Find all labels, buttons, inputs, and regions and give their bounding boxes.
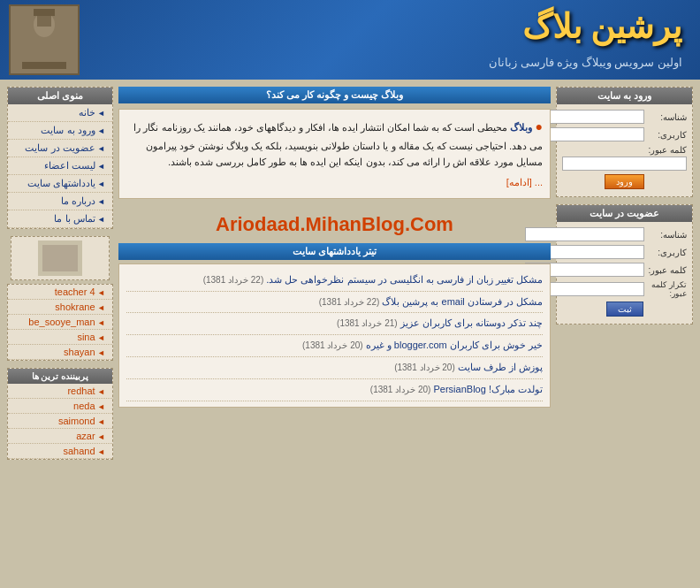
register-form: شناسه: کاربری: کلمه عبور: تکرار کلمه عبو…: [557, 222, 692, 324]
note-item-1: مشکل تغییر زبان از فارسی به انگلیسی در س…: [126, 270, 543, 292]
writer-neda[interactable]: neda: [8, 399, 112, 414]
nav-item-register[interactable]: عضویت در سایت: [8, 140, 112, 157]
members-box: teacher 4 shokrane be_sooye_man sina sha…: [7, 284, 113, 361]
intro-text: محیطی است که به شما امکان انتشار ایده ها…: [133, 122, 543, 167]
note-date-5: (20 خرداد 1381): [394, 363, 455, 372]
note-link-2[interactable]: مشکل در فرستادن email به پرشین بلاگ: [382, 296, 543, 307]
main-nav-box: منوی اصلی خانه ورود به سایت عضویت در سای…: [7, 87, 113, 229]
reg-userid-label: کاربری:: [644, 248, 687, 257]
note-date-3: (21 خرداد 1381): [337, 318, 398, 328]
content-title-bar: وبلاگ چیست و چگونه کار می کند؟: [118, 87, 551, 103]
reg-pass2-label: تکرار کلمه عبور:: [644, 280, 687, 298]
login-pass-input[interactable]: [562, 157, 687, 171]
top-writers-title: پربیننده ترین ها: [8, 369, 112, 384]
login-title: ورود به سایت: [557, 88, 692, 104]
writer-sahand[interactable]: sahand: [8, 444, 112, 459]
login-form: شناسه: کاربری: کلمه عبور: ورود: [557, 104, 692, 196]
nav-item-contact[interactable]: تماس با ما: [8, 210, 112, 228]
note-item-5: پوزش از طرف سایت (20 خرداد 1381): [126, 357, 543, 379]
member-photo: [11, 236, 110, 280]
username-label: شناسه:: [644, 112, 687, 122]
nav-item-members[interactable]: لیست اعضاء: [8, 157, 112, 175]
login-box: ورود به سایت شناسه: کاربری: کلمه عبور: و…: [556, 87, 693, 197]
register-title: عضویت در سایت: [557, 205, 692, 222]
reg-userid-row: کاربری:: [562, 245, 687, 259]
writer-azar[interactable]: azar: [8, 429, 112, 444]
nav-item-home[interactable]: خانه: [8, 104, 112, 122]
sidebar-right: ورود به سایت شناسه: کاربری: کلمه عبور: و…: [556, 87, 693, 467]
note-link-3[interactable]: چند تذکر دوستانه برای کاربران عزیز: [400, 317, 543, 328]
member-sina[interactable]: sina: [8, 330, 112, 345]
site-subtitle: اولین سرویس ویبلاگ ویژه فارسی زبانان: [489, 56, 682, 69]
note-date-4: (20 خرداد 1381): [302, 340, 363, 350]
continue-link[interactable]: ... [ادامه]: [506, 177, 543, 187]
member-be-sooye-man[interactable]: be_sooye_man: [8, 315, 112, 330]
login-button[interactable]: ورود: [605, 174, 644, 189]
note-item-3: چند تذکر دوستانه برای کاربران عزیز (21 خ…: [126, 313, 543, 335]
nav-item-notes[interactable]: یادداشتهای سایت: [8, 175, 112, 193]
nav-item-about[interactable]: درباره ما: [8, 193, 112, 210]
sidebar-left: منوی اصلی خانه ورود به سایت عضویت در سای…: [7, 87, 113, 467]
note-link-1[interactable]: مشکل تغییر زبان از فارسی به انگلیسی در س…: [266, 274, 543, 285]
header: پرشین بلاگ اولین سرویس ویبلاگ ویژه فارسی…: [0, 0, 700, 80]
note-item-4: خیر خوش برای کاربران blogger.com و غیره …: [126, 335, 543, 357]
username-row: شناسه:: [562, 110, 687, 124]
note-item-2: مشکل در فرستادن email به پرشین بلاگ (22 …: [126, 292, 543, 314]
reg-username-row: شناسه:: [562, 227, 687, 241]
writer-redhat[interactable]: redhat: [8, 384, 112, 399]
main-layout: منوی اصلی خانه ورود به سایت عضویت در سای…: [0, 80, 700, 474]
reg-pass-row: کلمه عبور:: [562, 263, 687, 277]
note-date-2: (22 خرداد 1381): [319, 297, 380, 307]
pass-row: [562, 157, 687, 171]
note-link-5[interactable]: پوزش از طرف سایت: [458, 362, 543, 372]
register-box: عضویت در سایت شناسه: کاربری: کلمه عبور: …: [556, 204, 693, 325]
writer-saimond[interactable]: saimond: [8, 414, 112, 429]
bullet-icon: ●: [536, 119, 543, 134]
register-button[interactable]: ثبت: [606, 302, 643, 317]
reg-username-label: شناسه:: [644, 230, 687, 240]
svg-rect-6: [42, 245, 78, 271]
site-logo: پرشین بلاگ: [522, 7, 683, 46]
member-shayan[interactable]: shayan: [8, 345, 112, 360]
note-item-6: تولدت مبارک! PersianBlog (20 خرداد 1381): [126, 379, 543, 401]
note-link-4[interactable]: خیر خوش برای کاربران blogger.com و غیره: [366, 340, 543, 350]
svg-rect-0: [22, 62, 66, 69]
header-statue-image: [9, 4, 80, 75]
member-teacher[interactable]: teacher 4: [8, 285, 112, 300]
nav-title: منوی اصلی: [8, 88, 112, 104]
main-content: وبلاگ چیست و چگونه کار می کند؟ ● وبلاگ م…: [118, 87, 551, 467]
member-shokrane[interactable]: shokrane: [8, 300, 112, 315]
nav-item-login[interactable]: ورود به سایت: [8, 122, 112, 140]
userid-label: کاربری:: [644, 130, 687, 140]
note-date-1: (22 خرداد 1381): [203, 275, 264, 285]
userid-row: کاربری:: [562, 127, 687, 141]
domain-display: Ariodaad.MihanBlog.Com: [118, 206, 551, 243]
bold-weblog: وبلاگ: [510, 122, 532, 133]
note-date-6: (20 خرداد 1381): [370, 385, 431, 394]
reg-pass-label: کلمه عبور:: [644, 265, 687, 275]
pass-label: کلمه عبور:: [562, 145, 687, 155]
notes-area: مشکل تغییر زبان از فارسی به انگلیسی در س…: [118, 263, 551, 408]
svg-rect-4: [34, 9, 55, 16]
content-area: ● وبلاگ محیطی است که به شما امکان انتشار…: [118, 109, 551, 199]
notes-title-bar: تیتر یادداشتهای سایت: [118, 243, 551, 260]
note-link-6[interactable]: تولدت مبارک! PersianBlog: [434, 384, 544, 394]
top-writers-box: پربیننده ترین ها redhat neda saimond aza…: [7, 368, 113, 460]
reg-pass2-row: تکرار کلمه عبور:: [562, 280, 687, 298]
